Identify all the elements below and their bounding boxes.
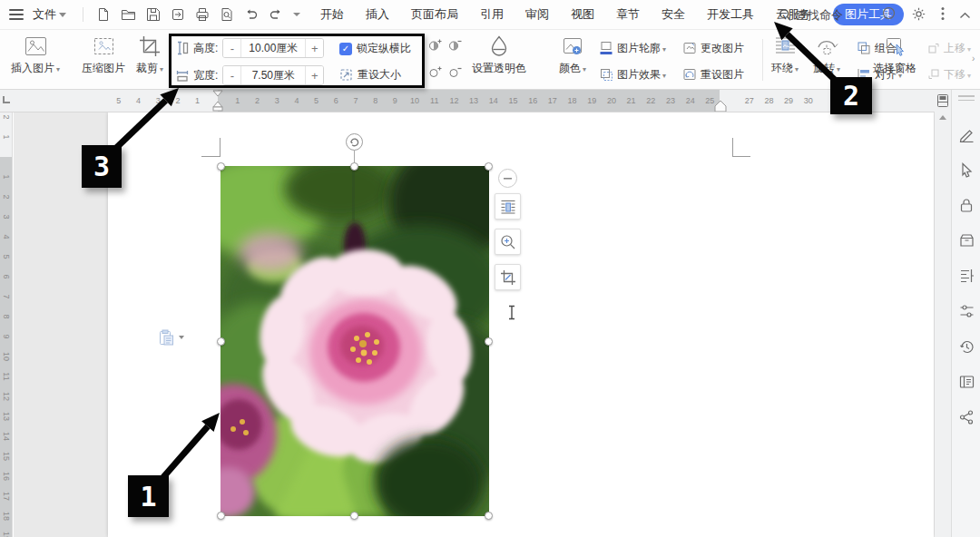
reset-picture-button[interactable]: 重设图片	[682, 63, 744, 86]
rotate-arrow-icon	[349, 137, 359, 147]
sidebar-edit-pen-icon[interactable]	[956, 124, 976, 144]
color-button[interactable]: 颜色	[559, 34, 586, 76]
compress-picture-button[interactable]: 压缩图片	[82, 34, 125, 76]
toolbar-expand-icon[interactable]: ›	[972, 54, 975, 63]
resize-handle-w[interactable]	[217, 337, 225, 346]
width-decrease-button[interactable]: -	[223, 66, 240, 84]
decrease-contrast-button[interactable]	[448, 39, 462, 54]
collapse-quick-toolbar-button[interactable]	[498, 169, 517, 188]
reset-size-button[interactable]: 重设大小	[339, 67, 401, 83]
picture-outline-label: 图片轮廓	[617, 41, 666, 56]
vertical-scrollbar[interactable]	[935, 90, 951, 537]
new-document-icon[interactable]	[96, 7, 111, 22]
crop-image-button[interactable]	[495, 264, 521, 290]
increase-contrast-button[interactable]	[428, 39, 442, 54]
lock-aspect-checkbox[interactable]	[339, 43, 352, 55]
tab-home[interactable]: 开始	[320, 6, 344, 23]
file-menu-label: 文件	[33, 6, 56, 23]
sidebar-lock-icon[interactable]	[956, 195, 976, 215]
open-folder-icon[interactable]	[121, 7, 136, 22]
document-canvas[interactable]	[14, 112, 951, 537]
decrease-brightness-button[interactable]	[448, 66, 462, 82]
sidebar-history-icon[interactable]	[956, 337, 976, 356]
sidebar-drag-handle[interactable]	[958, 95, 975, 101]
selection-pane-button[interactable]: 选择窗格	[873, 34, 916, 76]
wrap-button[interactable]: 环绕	[771, 34, 799, 76]
scroll-up-icon[interactable]	[939, 115, 946, 120]
redo-icon[interactable]	[269, 8, 283, 21]
tab-stop-selector[interactable]	[0, 90, 13, 112]
print-preview-icon[interactable]	[220, 7, 234, 22]
vertical-ruler[interactable]: 21 12345678910111213141516171819	[0, 112, 13, 537]
height-row: 高度: - 10.00厘米 +	[176, 38, 324, 58]
resize-handle-sw[interactable]	[217, 512, 225, 520]
undo-icon[interactable]	[244, 8, 259, 21]
margin-mark	[732, 138, 733, 157]
resize-handle-e[interactable]	[485, 337, 493, 346]
crop-icon	[500, 269, 516, 286]
lock-aspect-row[interactable]: 锁定纵横比	[339, 41, 411, 56]
picture-outline-button[interactable]: 图片轮廓	[599, 36, 666, 60]
divider	[83, 7, 83, 22]
horizontal-ruler[interactable]: 54321 1234567891011121314151617181920212…	[13, 90, 951, 112]
resize-handle-s[interactable]	[350, 512, 358, 520]
export-icon[interactable]	[171, 7, 185, 22]
find-command-button[interactable]: 查找命令	[779, 7, 843, 24]
sidebar-select-cursor-icon[interactable]	[956, 160, 976, 180]
kebab-menu-icon[interactable]	[941, 6, 945, 24]
height-value[interactable]: 10.00厘米	[240, 39, 306, 57]
sidebar-navigation-pane-icon[interactable]	[956, 372, 976, 392]
tab-page-layout[interactable]: 页面布局	[411, 6, 458, 23]
comment-icon[interactable]	[881, 6, 897, 24]
resize-handle-se[interactable]	[485, 512, 493, 520]
selected-image[interactable]	[220, 166, 489, 516]
paste-options-button[interactable]	[159, 329, 184, 346]
indent-markers-icon[interactable]	[211, 90, 225, 112]
change-picture-button[interactable]: 更改图片	[682, 36, 744, 60]
wrap-options-button[interactable]	[495, 193, 521, 220]
tab-review[interactable]: 审阅	[525, 6, 549, 23]
transparent-color-icon	[488, 34, 510, 58]
insert-picture-button[interactable]: 插入图片	[11, 34, 60, 76]
height-decrease-button[interactable]: -	[223, 39, 240, 57]
rotate-button[interactable]: 旋转	[813, 34, 840, 76]
page-view-toggle-icon[interactable]	[936, 93, 950, 109]
right-indent-marker-icon[interactable]	[713, 100, 728, 112]
insert-picture-label: 插入图片	[11, 61, 60, 76]
sidebar-share-icon[interactable]	[956, 407, 976, 427]
sidebar-adjust-sliders-icon[interactable]	[956, 301, 976, 321]
sidebar-outline-list-icon[interactable]	[956, 266, 976, 286]
save-icon[interactable]	[146, 7, 161, 22]
crop-button[interactable]: 裁剪	[136, 34, 163, 76]
tab-references[interactable]: 引用	[480, 6, 504, 23]
color-icon	[561, 34, 584, 58]
file-menu-button[interactable]: 文件	[29, 5, 70, 24]
insert-picture-icon	[24, 34, 48, 58]
height-increase-button[interactable]: +	[306, 39, 323, 57]
settings-gear-icon[interactable]	[911, 6, 926, 24]
set-transparent-color-button[interactable]: 设置透明色	[472, 34, 526, 76]
magnifier-plus-icon	[500, 234, 516, 250]
hamburger-menu-icon[interactable]	[9, 9, 24, 20]
sidebar-archive-box-icon[interactable]	[956, 230, 976, 250]
picture-effects-button[interactable]: 图片效果	[599, 63, 666, 86]
increase-brightness-button[interactable]	[428, 66, 442, 82]
tab-section[interactable]: 章节	[616, 6, 640, 23]
zoom-image-button[interactable]	[495, 229, 521, 255]
resize-handle-nw[interactable]	[217, 162, 225, 171]
tab-developer[interactable]: 开发工具	[707, 6, 754, 23]
collapse-ribbon-icon[interactable]	[959, 9, 971, 22]
rotate-handle[interactable]	[346, 133, 363, 151]
lock-aspect-label: 锁定纵横比	[357, 41, 411, 56]
tab-insert[interactable]: 插入	[366, 6, 389, 23]
print-icon[interactable]	[195, 7, 210, 22]
width-value[interactable]: 7.50厘米	[240, 66, 306, 84]
resize-handle-ne[interactable]	[485, 162, 493, 171]
tab-security[interactable]: 安全	[662, 6, 685, 23]
picture-outline-icon	[599, 41, 613, 55]
resize-handle-n[interactable]	[350, 162, 358, 171]
more-commands-icon[interactable]	[293, 13, 300, 16]
picture-tools-ribbon: 插入图片 压缩图片 裁剪 高度: - 10.00厘米 + 宽度: - 7.50	[0, 30, 980, 90]
width-increase-button[interactable]: +	[306, 66, 323, 84]
tab-view[interactable]: 视图	[571, 6, 594, 23]
